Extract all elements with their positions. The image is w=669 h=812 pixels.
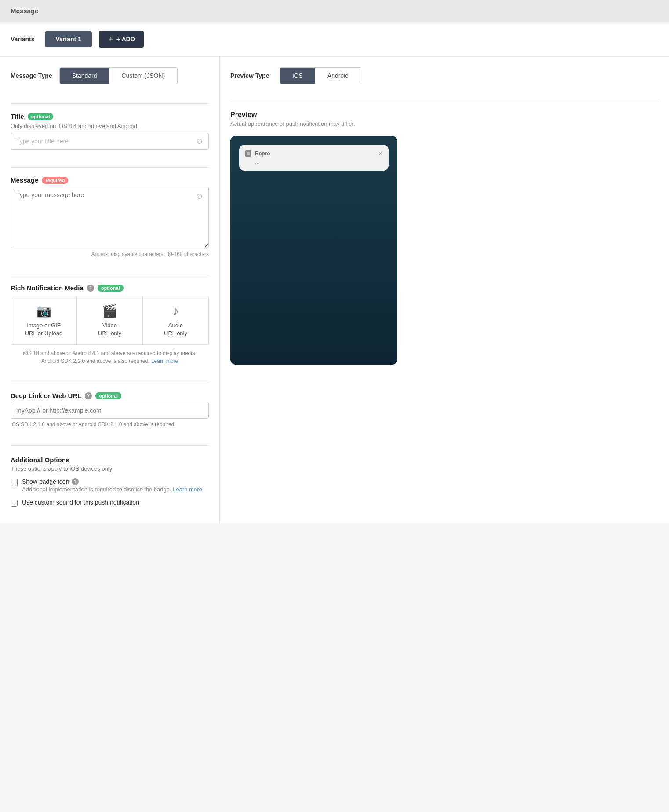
media-learn-more-link[interactable]: Learn more [151, 358, 178, 364]
variants-label: Variants [11, 36, 34, 43]
message-label-row: Message required [11, 176, 209, 184]
title-optional-badge: optional [28, 113, 54, 120]
add-variant-button[interactable]: ＋ + ADD [99, 31, 144, 48]
message-type-label: Message Type [11, 72, 52, 79]
deep-link-input[interactable] [11, 402, 209, 419]
custom-sound-checkbox[interactable] [11, 500, 18, 507]
image-gif-option[interactable]: 📷 Image or GIFURL or Upload [11, 296, 77, 344]
notif-message: ... [245, 159, 382, 165]
custom-sound-label: Use custom sound for this push notificat… [22, 499, 139, 506]
page-header: Message [0, 0, 669, 22]
variant1-button[interactable]: Variant 1 [45, 31, 91, 47]
divider-2 [11, 167, 209, 168]
camera-icon: 📷 [36, 304, 51, 318]
audio-icon: ♪ [173, 304, 179, 318]
rich-media-label-row: Rich Notification Media ? optional [11, 284, 209, 292]
rich-media-section: Rich Notification Media ? optional 📷 Ima… [11, 284, 209, 365]
show-badge-col: Show badge icon ? Additional implementat… [22, 478, 202, 493]
title-input-wrapper: ☺ [11, 133, 209, 150]
preview-type-row: Preview Type iOS Android [230, 67, 658, 84]
notif-close-icon[interactable]: × [379, 150, 382, 157]
message-input[interactable] [11, 187, 209, 248]
deep-link-help-icon[interactable]: ? [85, 392, 92, 399]
additional-options-title: Additional Options [11, 456, 209, 464]
custom-sound-row: Use custom sound for this push notificat… [11, 499, 209, 507]
svg-rect-1 [247, 152, 250, 155]
phone-preview: Repro × ... [230, 136, 397, 365]
title-label-row: Title optional [11, 113, 209, 120]
message-section: Message required ☺ Approx. displayable c… [11, 176, 209, 257]
additional-options-section: Additional Options These options apply t… [11, 456, 209, 513]
custom-json-button[interactable]: Custom (JSON) [109, 68, 178, 84]
divider-5 [11, 445, 209, 446]
rich-media-help-icon[interactable]: ? [87, 285, 94, 292]
right-panel: Preview Type iOS Android Preview Actual … [220, 57, 669, 523]
message-required-badge: required [42, 177, 68, 184]
video-option[interactable]: 🎬 VideoURL only [77, 296, 143, 344]
notif-app-name: Repro [255, 150, 375, 157]
preview-title: Preview [230, 111, 658, 119]
show-badge-checkbox[interactable] [11, 479, 18, 486]
media-note: iOS 10 and above or Android 4.1 and abov… [11, 349, 209, 365]
badge-help-icon[interactable]: ? [72, 478, 79, 485]
deep-link-sdk-note: iOS SDK 2.1.0 and above or Android SDK 2… [11, 421, 209, 428]
title-hint: Only displayed on iOS 8.4 and above and … [11, 123, 209, 129]
title-label: Title [11, 113, 24, 120]
plus-icon: ＋ [108, 35, 114, 43]
message-type-row: Message Type Standard Custom (JSON) [11, 67, 209, 84]
notification-header: Repro × [245, 150, 382, 157]
divider-right [230, 102, 658, 102]
message-type-btn-group: Standard Custom (JSON) [59, 67, 178, 84]
left-panel: Message Type Standard Custom (JSON) Titl… [0, 57, 220, 523]
message-textarea-wrapper: ☺ [11, 187, 209, 249]
video-label: VideoURL only [98, 322, 121, 337]
title-section: Title optional Only displayed on iOS 8.4… [11, 113, 209, 150]
message-label: Message [11, 176, 38, 184]
char-hint: Approx. displayable characters: 80-160 c… [11, 251, 209, 257]
android-button[interactable]: Android [315, 68, 361, 84]
video-icon: 🎬 [102, 304, 117, 318]
standard-button[interactable]: Standard [60, 68, 109, 84]
title-emoji-icon[interactable]: ☺ [196, 137, 204, 146]
ios-button[interactable]: iOS [280, 68, 315, 84]
message-emoji-icon[interactable]: ☺ [196, 192, 204, 201]
preview-hint: Actual appearance of push notification m… [230, 121, 658, 127]
show-badge-desc: Additional implementation is required to… [22, 486, 202, 493]
deep-link-label: Deep Link or Web URL [11, 392, 81, 399]
show-badge-row: Show badge icon ? Additional implementat… [11, 478, 209, 493]
badge-learn-more-link[interactable]: Learn more [173, 486, 202, 493]
divider-4 [11, 383, 209, 383]
main-container: Variants Variant 1 ＋ + ADD Message Type … [0, 22, 669, 523]
notification-card: Repro × ... [239, 145, 389, 171]
preview-type-btn-group: iOS Android [280, 67, 361, 84]
audio-label: AudioURL only [164, 322, 187, 337]
additional-options-subtitle: These options apply to iOS devices only [11, 465, 209, 472]
notif-app-icon [245, 150, 251, 157]
deep-link-label-row: Deep Link or Web URL ? optional [11, 392, 209, 399]
deep-link-optional-badge: optional [95, 392, 121, 399]
divider-3 [11, 275, 209, 275]
image-gif-label: Image or GIFURL or Upload [25, 322, 63, 337]
rich-media-label: Rich Notification Media [11, 284, 84, 292]
preview-type-label: Preview Type [230, 72, 269, 79]
content-area: Message Type Standard Custom (JSON) Titl… [0, 57, 669, 523]
variants-row: Variants Variant 1 ＋ + ADD [0, 22, 669, 57]
media-options-group: 📷 Image or GIFURL or Upload 🎬 VideoURL o… [11, 296, 209, 345]
rich-media-optional-badge: optional [98, 285, 124, 292]
audio-option[interactable]: ♪ AudioURL only [143, 296, 208, 344]
show-badge-label: Show badge icon ? [22, 478, 202, 485]
title-input[interactable] [11, 133, 209, 150]
divider-1 [11, 103, 209, 104]
deep-link-section: Deep Link or Web URL ? optional iOS SDK … [11, 392, 209, 428]
page-title: Message [11, 7, 38, 15]
custom-sound-col: Use custom sound for this push notificat… [22, 499, 139, 506]
